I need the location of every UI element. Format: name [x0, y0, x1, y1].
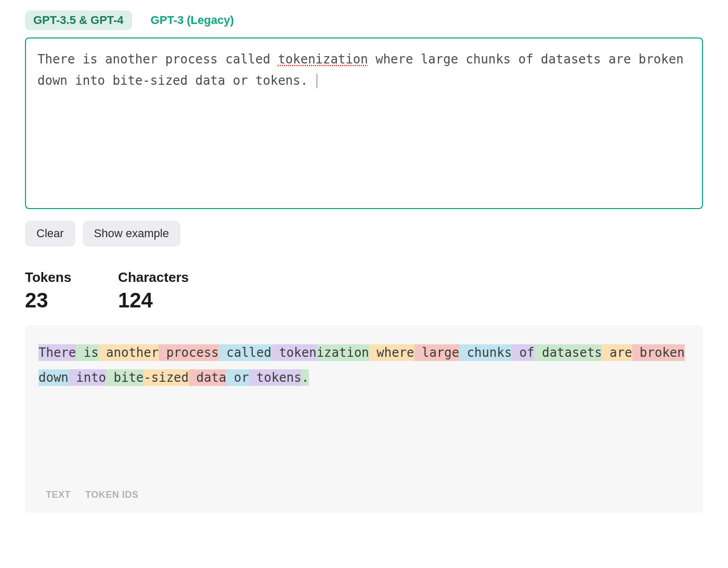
tokenizer-input[interactable]: There is another process called tokeniza… [25, 37, 703, 209]
token-span: is [76, 344, 98, 361]
token-span: are [602, 344, 632, 361]
tab-text[interactable]: TEXT [46, 489, 71, 500]
characters-value: 124 [118, 289, 189, 312]
stats-row: Tokens 23 Characters 124 [25, 269, 703, 312]
model-tabs: GPT-3.5 & GPT-4 GPT-3 (Legacy) [25, 10, 703, 30]
token-span: There [38, 344, 76, 361]
tab-token-ids[interactable]: TOKEN IDS [85, 489, 138, 500]
tokens-value: 23 [25, 289, 71, 312]
token-span: bite [106, 369, 144, 386]
token-span: token [271, 344, 317, 361]
tab-gpt3-legacy[interactable]: GPT-3 (Legacy) [142, 10, 242, 30]
token-span: down [38, 369, 69, 386]
token-span: broken [632, 344, 685, 361]
token-span: another [99, 344, 159, 361]
token-span: process [159, 344, 219, 361]
token-span: datasets [535, 344, 602, 361]
token-span: . [302, 369, 309, 386]
token-output-panel: There is another process called tokeniza… [25, 326, 703, 513]
token-span: of [512, 344, 534, 361]
input-text-before: There is another process called [37, 52, 278, 67]
token-span: where [369, 344, 414, 361]
token-span: ization [317, 344, 369, 361]
action-buttons: Clear Show example [25, 221, 703, 247]
tokens-label: Tokens [25, 269, 71, 286]
token-span: large [414, 344, 460, 361]
show-example-button[interactable]: Show example [83, 221, 180, 247]
tokenized-text: There is another process called tokeniza… [38, 340, 690, 479]
token-span: into [69, 369, 106, 386]
token-span: or [226, 369, 249, 386]
token-span: -sized [144, 369, 189, 386]
token-span: data [189, 369, 226, 386]
token-span: called [219, 344, 271, 361]
stat-tokens: Tokens 23 [25, 269, 71, 312]
stat-characters: Characters 124 [118, 269, 189, 312]
input-spellcheck-word: tokenization [278, 52, 368, 67]
token-span: tokens [249, 369, 302, 386]
token-span: chunks [459, 344, 512, 361]
output-mode-tabs: TEXT TOKEN IDS [38, 489, 690, 500]
text-cursor [317, 74, 317, 87]
characters-label: Characters [118, 269, 189, 286]
clear-button[interactable]: Clear [25, 221, 75, 247]
tab-gpt35-gpt4[interactable]: GPT-3.5 & GPT-4 [25, 10, 132, 30]
